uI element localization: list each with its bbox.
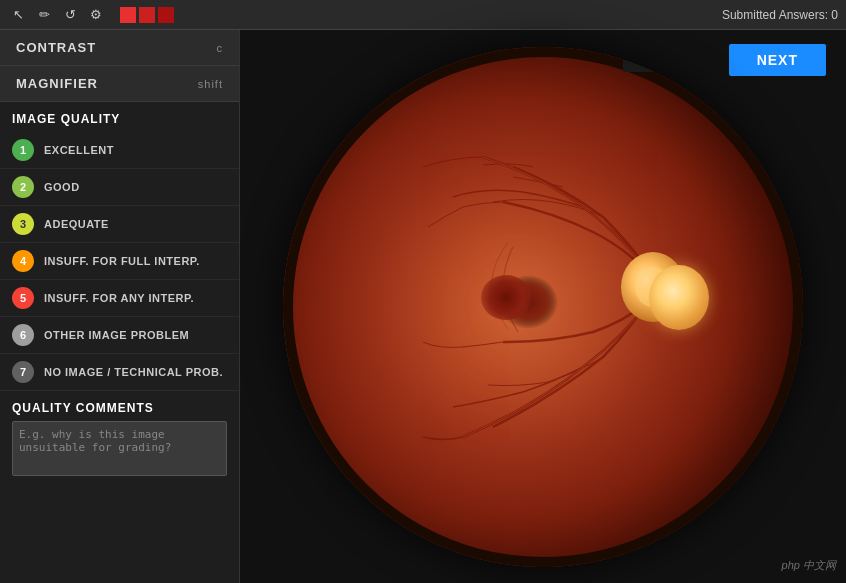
quality-item-excellent[interactable]: 1 EXCELLENT <box>0 132 239 169</box>
fundus-image <box>283 47 803 567</box>
red-square-3[interactable] <box>158 7 174 23</box>
quality-item-no-image[interactable]: 7 NO IMAGE / TECHNICAL PROB. <box>0 354 239 391</box>
red-square-1[interactable] <box>120 7 136 23</box>
submitted-answers-label: Submitted Answers: 0 <box>722 8 838 22</box>
image-quality-header: IMAGE QUALITY <box>0 102 239 132</box>
quality-label-adequate: ADEQUATE <box>44 218 109 230</box>
watermark: php 中文网 <box>782 558 836 573</box>
quality-badge-6: 6 <box>12 324 34 346</box>
macula <box>481 275 531 320</box>
quality-badge-3: 3 <box>12 213 34 235</box>
magnifier-tool[interactable]: MAGNIFIER shift <box>0 66 239 102</box>
toolbar: ↖ ✏ ↺ ⚙ Submitted Answers: 0 <box>0 0 846 30</box>
quality-label-insuff-any: INSUFF. FOR ANY INTERP. <box>44 292 194 304</box>
cursor-icon[interactable]: ↖ <box>8 5 28 25</box>
quality-comments-header: QUALITY COMMENTS <box>12 401 227 415</box>
svg-point-4 <box>283 47 803 567</box>
quality-item-other[interactable]: 6 OTHER IMAGE PROBLEM <box>0 317 239 354</box>
quality-label-other: OTHER IMAGE PROBLEM <box>44 329 189 341</box>
pencil-icon[interactable]: ✏ <box>34 5 54 25</box>
quality-comments-input[interactable] <box>12 421 227 476</box>
quality-badge-7: 7 <box>12 361 34 383</box>
svg-rect-5 <box>623 47 673 72</box>
color-squares-group <box>120 7 174 23</box>
quality-badge-5: 5 <box>12 287 34 309</box>
main-layout: CONTRAST c MAGNIFIER shift IMAGE QUALITY… <box>0 30 846 583</box>
quality-badge-1: 1 <box>12 139 34 161</box>
quality-item-adequate[interactable]: 3 ADEQUATE <box>0 206 239 243</box>
quality-label-excellent: EXCELLENT <box>44 144 114 156</box>
quality-item-insuff-any[interactable]: 5 INSUFF. FOR ANY INTERP. <box>0 280 239 317</box>
contrast-tool[interactable]: CONTRAST c <box>0 30 239 66</box>
contrast-shortcut: c <box>217 42 224 54</box>
quality-badge-4: 4 <box>12 250 34 272</box>
magnifier-shortcut: shift <box>198 78 223 90</box>
quality-badge-2: 2 <box>12 176 34 198</box>
image-area: NEXT <box>240 30 846 583</box>
eye-vessels-svg <box>283 47 803 567</box>
comments-section: QUALITY COMMENTS <box>0 391 239 490</box>
optic-disc <box>649 265 709 330</box>
red-square-2[interactable] <box>139 7 155 23</box>
magnifier-label: MAGNIFIER <box>16 76 98 91</box>
quality-label-good: GOOD <box>44 181 80 193</box>
quality-item-insuff-full[interactable]: 4 INSUFF. FOR FULL INTERP. <box>0 243 239 280</box>
sidebar: CONTRAST c MAGNIFIER shift IMAGE QUALITY… <box>0 30 240 583</box>
quality-item-good[interactable]: 2 GOOD <box>0 169 239 206</box>
quality-label-no-image: NO IMAGE / TECHNICAL PROB. <box>44 366 223 378</box>
quality-label-insuff-full: INSUFF. FOR FULL INTERP. <box>44 255 200 267</box>
settings-icon[interactable]: ⚙ <box>86 5 106 25</box>
contrast-label: CONTRAST <box>16 40 96 55</box>
refresh-icon[interactable]: ↺ <box>60 5 80 25</box>
